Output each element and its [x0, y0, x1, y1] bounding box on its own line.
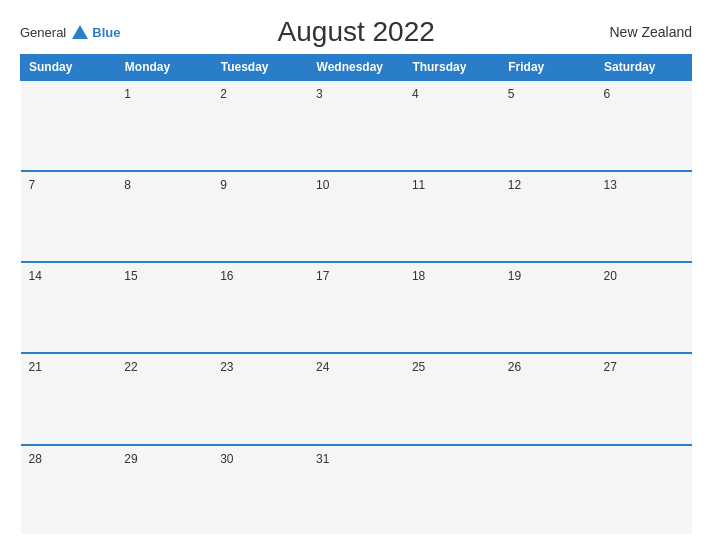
- day-number: 5: [508, 87, 515, 101]
- day-number: 14: [29, 269, 42, 283]
- weekday-header-tuesday: Tuesday: [212, 55, 308, 81]
- weekday-header-thursday: Thursday: [404, 55, 500, 81]
- calendar-day-cell: 18: [404, 262, 500, 353]
- calendar-day-cell: 14: [21, 262, 117, 353]
- logo-triangle-icon: [72, 25, 88, 39]
- region-label: New Zealand: [592, 24, 692, 40]
- calendar-day-cell: 30: [212, 445, 308, 534]
- calendar-week-row: 28293031: [21, 445, 692, 534]
- weekday-header-saturday: Saturday: [596, 55, 692, 81]
- calendar-day-cell: 8: [116, 171, 212, 262]
- calendar-title: August 2022: [120, 16, 592, 48]
- day-number: 28: [29, 452, 42, 466]
- calendar-body: 1234567891011121314151617181920212223242…: [21, 80, 692, 534]
- calendar-day-cell: 27: [596, 353, 692, 444]
- calendar-day-cell: 23: [212, 353, 308, 444]
- calendar-empty-cell: [596, 445, 692, 534]
- day-number: 2: [220, 87, 227, 101]
- calendar-empty-cell: [21, 80, 117, 171]
- day-number: 24: [316, 360, 329, 374]
- day-number: 22: [124, 360, 137, 374]
- calendar-empty-cell: [500, 445, 596, 534]
- day-number: 17: [316, 269, 329, 283]
- logo-general-text: General: [20, 25, 66, 40]
- top-bar: General Blue August 2022 New Zealand: [20, 16, 692, 48]
- calendar-day-cell: 17: [308, 262, 404, 353]
- day-number: 20: [604, 269, 617, 283]
- calendar-header: SundayMondayTuesdayWednesdayThursdayFrid…: [21, 55, 692, 81]
- calendar-day-cell: 24: [308, 353, 404, 444]
- calendar-day-cell: 16: [212, 262, 308, 353]
- day-number: 12: [508, 178, 521, 192]
- calendar-week-row: 14151617181920: [21, 262, 692, 353]
- day-number: 13: [604, 178, 617, 192]
- day-number: 29: [124, 452, 137, 466]
- day-number: 7: [29, 178, 36, 192]
- calendar-day-cell: 3: [308, 80, 404, 171]
- day-number: 3: [316, 87, 323, 101]
- calendar-day-cell: 5: [500, 80, 596, 171]
- calendar-day-cell: 9: [212, 171, 308, 262]
- day-number: 18: [412, 269, 425, 283]
- calendar-day-cell: 4: [404, 80, 500, 171]
- day-number: 16: [220, 269, 233, 283]
- weekday-header-monday: Monday: [116, 55, 212, 81]
- calendar-day-cell: 6: [596, 80, 692, 171]
- day-number: 25: [412, 360, 425, 374]
- weekday-header-sunday: Sunday: [21, 55, 117, 81]
- calendar-day-cell: 1: [116, 80, 212, 171]
- day-number: 15: [124, 269, 137, 283]
- calendar-day-cell: 13: [596, 171, 692, 262]
- day-number: 27: [604, 360, 617, 374]
- calendar-empty-cell: [404, 445, 500, 534]
- day-number: 30: [220, 452, 233, 466]
- day-number: 11: [412, 178, 425, 192]
- day-number: 4: [412, 87, 419, 101]
- calendar-grid: SundayMondayTuesdayWednesdayThursdayFrid…: [20, 54, 692, 534]
- day-number: 6: [604, 87, 611, 101]
- calendar-day-cell: 26: [500, 353, 596, 444]
- weekday-header-friday: Friday: [500, 55, 596, 81]
- calendar-day-cell: 10: [308, 171, 404, 262]
- day-number: 10: [316, 178, 329, 192]
- calendar-day-cell: 21: [21, 353, 117, 444]
- calendar-day-cell: 2: [212, 80, 308, 171]
- calendar-week-row: 78910111213: [21, 171, 692, 262]
- calendar-day-cell: 29: [116, 445, 212, 534]
- calendar-week-row: 21222324252627: [21, 353, 692, 444]
- weekday-header-wednesday: Wednesday: [308, 55, 404, 81]
- day-number: 31: [316, 452, 329, 466]
- calendar-day-cell: 15: [116, 262, 212, 353]
- calendar-day-cell: 28: [21, 445, 117, 534]
- weekday-header-row: SundayMondayTuesdayWednesdayThursdayFrid…: [21, 55, 692, 81]
- day-number: 19: [508, 269, 521, 283]
- logo: General Blue: [20, 25, 120, 40]
- calendar-day-cell: 20: [596, 262, 692, 353]
- day-number: 21: [29, 360, 42, 374]
- day-number: 8: [124, 178, 131, 192]
- calendar-day-cell: 22: [116, 353, 212, 444]
- calendar-day-cell: 25: [404, 353, 500, 444]
- calendar-day-cell: 19: [500, 262, 596, 353]
- calendar-week-row: 123456: [21, 80, 692, 171]
- calendar-day-cell: 31: [308, 445, 404, 534]
- day-number: 1: [124, 87, 131, 101]
- day-number: 26: [508, 360, 521, 374]
- day-number: 23: [220, 360, 233, 374]
- logo-blue-text: Blue: [92, 25, 120, 40]
- calendar-day-cell: 7: [21, 171, 117, 262]
- calendar-day-cell: 12: [500, 171, 596, 262]
- calendar-day-cell: 11: [404, 171, 500, 262]
- day-number: 9: [220, 178, 227, 192]
